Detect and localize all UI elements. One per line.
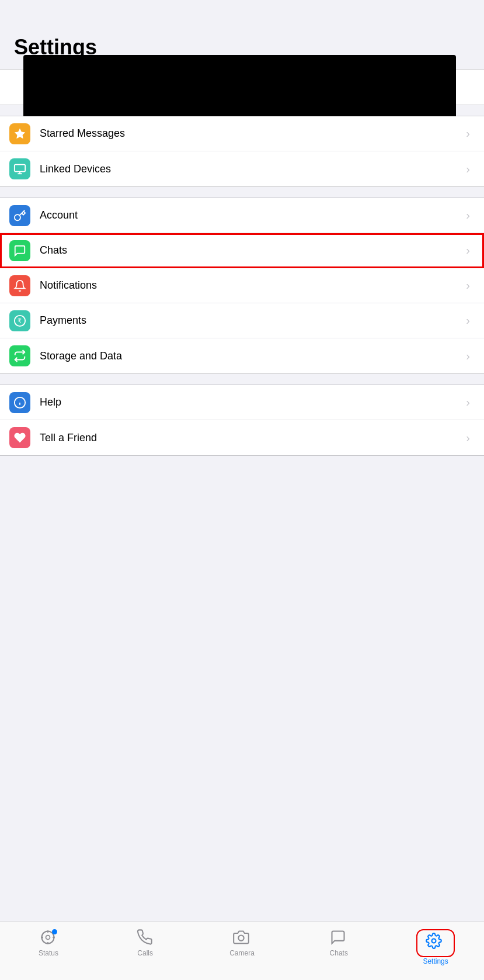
svg-point-15 (239, 936, 244, 941)
chats-chevron: › (466, 244, 470, 257)
profile-redacted (23, 55, 456, 119)
settings-group-shortcuts: Starred Messages › Linked Devices › (0, 116, 484, 187)
payments-icon: ₹ (9, 310, 30, 331)
chats-tab-icon (330, 929, 347, 947)
profile-section[interactable] (0, 69, 484, 105)
account-chevron: › (466, 209, 470, 222)
calls-icon (137, 929, 154, 947)
tab-settings[interactable]: Settings (387, 928, 484, 965)
status-icon (40, 929, 57, 947)
chats-icon (9, 240, 30, 261)
tab-camera[interactable]: Camera (194, 928, 291, 957)
notifications-label: Notifications (40, 279, 466, 292)
tab-calls[interactable]: Calls (97, 928, 194, 957)
starred-messages-icon (9, 123, 30, 144)
notifications-row[interactable]: Notifications › (0, 268, 484, 303)
storage-data-row[interactable]: Storage and Data › (0, 338, 484, 373)
svg-point-16 (432, 939, 436, 943)
account-icon (9, 205, 30, 226)
notifications-chevron: › (466, 279, 470, 292)
tab-camera-label: Camera (229, 949, 255, 957)
starred-messages-row[interactable]: Starred Messages › (0, 116, 484, 151)
tab-bar: Status Calls Camera Chats (0, 922, 484, 980)
payments-label: Payments (40, 314, 466, 327)
tab-chats[interactable]: Chats (290, 928, 387, 957)
settings-group-support: Help › Tell a Friend › (0, 385, 484, 456)
tell-friend-chevron: › (466, 431, 470, 445)
help-chevron: › (466, 396, 470, 409)
help-label: Help (40, 396, 466, 408)
svg-rect-1 (15, 165, 25, 172)
help-icon (9, 392, 30, 413)
tab-status-label: Status (39, 949, 58, 957)
settings-group-main: Account › Chats › Notifications › ₹ Pay (0, 198, 484, 374)
storage-data-icon (9, 345, 30, 366)
tab-calls-label: Calls (137, 949, 153, 957)
svg-point-10 (46, 936, 50, 940)
linked-devices-icon (9, 158, 30, 179)
svg-marker-0 (15, 128, 25, 138)
payments-row[interactable]: ₹ Payments › (0, 303, 484, 338)
svg-text:₹: ₹ (18, 317, 22, 324)
account-row[interactable]: Account › (0, 198, 484, 233)
tab-settings-label: Settings (423, 957, 448, 965)
tell-friend-icon (9, 427, 30, 448)
account-label: Account (40, 209, 466, 221)
status-dot (52, 929, 57, 934)
profile-row[interactable] (0, 70, 484, 105)
notifications-icon (9, 275, 30, 296)
linked-devices-label: Linked Devices (40, 163, 466, 175)
starred-messages-label: Starred Messages (40, 127, 466, 140)
settings-tab-icon (426, 933, 445, 953)
tell-friend-label: Tell a Friend (40, 432, 466, 444)
camera-icon (233, 929, 250, 947)
chats-label: Chats (40, 244, 466, 257)
storage-data-label: Storage and Data (40, 350, 466, 362)
linked-devices-chevron: › (466, 162, 470, 176)
chats-row[interactable]: Chats › (0, 233, 484, 268)
payments-chevron: › (466, 314, 470, 327)
tell-friend-row[interactable]: Tell a Friend › (0, 420, 484, 455)
help-row[interactable]: Help › (0, 385, 484, 420)
linked-devices-row[interactable]: Linked Devices › (0, 151, 484, 186)
tab-status[interactable]: Status (0, 928, 97, 957)
tab-chats-label: Chats (330, 949, 348, 957)
starred-messages-chevron: › (466, 127, 470, 140)
tab-settings-wrapper (416, 929, 455, 957)
storage-data-chevron: › (466, 349, 470, 363)
